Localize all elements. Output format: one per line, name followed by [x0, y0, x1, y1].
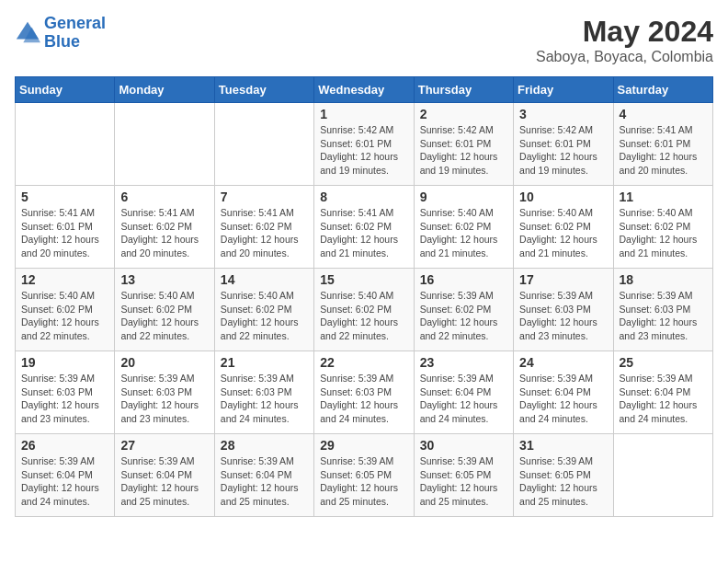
cell-content: Sunrise: 5:39 AMSunset: 6:04 PMDaylight:… — [620, 372, 709, 426]
day-number: 1 — [320, 107, 409, 121]
day-number: 6 — [120, 190, 210, 204]
calendar-cell: 27Sunrise: 5:39 AMSunset: 6:04 PMDayligh… — [115, 434, 214, 517]
calendar-cell: 17Sunrise: 5:39 AMSunset: 6:03 PMDayligh… — [514, 269, 613, 351]
logo-icon — [15, 20, 40, 46]
calendar-cell: 24Sunrise: 5:39 AMSunset: 6:04 PMDayligh… — [514, 351, 613, 434]
day-number: 24 — [519, 355, 609, 370]
calendar-cell: 26Sunrise: 5:39 AMSunset: 6:04 PMDayligh… — [16, 434, 115, 517]
calendar-cell: 5Sunrise: 5:41 AMSunset: 6:01 PMDaylight… — [16, 186, 115, 269]
day-number: 16 — [420, 272, 509, 287]
weekday-header-row: SundayMondayTuesdayWednesdayThursdayFrid… — [16, 77, 713, 103]
day-number: 13 — [120, 272, 210, 287]
day-number: 14 — [221, 272, 310, 287]
day-number: 17 — [519, 272, 609, 287]
day-number: 3 — [519, 107, 609, 121]
cell-content: Sunrise: 5:42 AMSunset: 6:01 PMDaylight:… — [320, 123, 409, 178]
calendar-cell: 23Sunrise: 5:39 AMSunset: 6:04 PMDayligh… — [414, 351, 513, 434]
logo-text: General Blue — [44, 15, 106, 52]
cell-content: Sunrise: 5:39 AMSunset: 6:05 PMDaylight:… — [519, 454, 609, 509]
calendar-cell: 13Sunrise: 5:40 AMSunset: 6:02 PMDayligh… — [115, 269, 214, 351]
calendar-cell: 29Sunrise: 5:39 AMSunset: 6:05 PMDayligh… — [314, 434, 414, 517]
cell-content: Sunrise: 5:39 AMSunset: 6:04 PMDaylight:… — [120, 454, 210, 509]
cell-content: Sunrise: 5:41 AMSunset: 6:02 PMDaylight:… — [320, 206, 409, 260]
calendar-title: May 2024 — [536, 15, 713, 49]
cell-content: Sunrise: 5:42 AMSunset: 6:01 PMDaylight:… — [420, 123, 509, 178]
weekday-header: Tuesday — [214, 77, 313, 103]
calendar-cell: 14Sunrise: 5:40 AMSunset: 6:02 PMDayligh… — [214, 269, 313, 351]
cell-content: Sunrise: 5:41 AMSunset: 6:02 PMDaylight:… — [120, 206, 210, 260]
cell-content: Sunrise: 5:40 AMSunset: 6:02 PMDaylight:… — [519, 206, 609, 260]
cell-content: Sunrise: 5:40 AMSunset: 6:02 PMDaylight:… — [420, 206, 509, 260]
calendar-cell: 8Sunrise: 5:41 AMSunset: 6:02 PMDaylight… — [314, 186, 414, 269]
calendar-cell: 25Sunrise: 5:39 AMSunset: 6:04 PMDayligh… — [613, 351, 712, 434]
day-number: 9 — [420, 190, 509, 204]
day-number: 21 — [221, 355, 310, 370]
cell-content: Sunrise: 5:39 AMSunset: 6:04 PMDaylight:… — [221, 454, 310, 509]
calendar-cell: 16Sunrise: 5:39 AMSunset: 6:02 PMDayligh… — [414, 269, 513, 351]
calendar-cell: 18Sunrise: 5:39 AMSunset: 6:03 PMDayligh… — [613, 269, 712, 351]
weekday-header: Monday — [115, 77, 214, 103]
calendar-cell — [214, 103, 313, 186]
cell-content: Sunrise: 5:39 AMSunset: 6:03 PMDaylight:… — [21, 372, 110, 426]
weekday-header: Wednesday — [314, 77, 414, 103]
calendar-week-row: 1Sunrise: 5:42 AMSunset: 6:01 PMDaylight… — [16, 103, 713, 186]
day-number: 15 — [320, 272, 409, 287]
weekday-header: Sunday — [16, 77, 115, 103]
day-number: 23 — [420, 355, 509, 370]
cell-content: Sunrise: 5:39 AMSunset: 6:02 PMDaylight:… — [420, 289, 509, 343]
calendar-cell — [115, 103, 214, 186]
calendar-cell: 22Sunrise: 5:39 AMSunset: 6:03 PMDayligh… — [314, 351, 414, 434]
calendar-cell: 1Sunrise: 5:42 AMSunset: 6:01 PMDaylight… — [314, 103, 414, 186]
weekday-header: Thursday — [414, 77, 513, 103]
calendar-cell: 21Sunrise: 5:39 AMSunset: 6:03 PMDayligh… — [214, 351, 313, 434]
day-number: 4 — [620, 107, 709, 121]
weekday-header: Friday — [514, 77, 613, 103]
logo: General Blue — [15, 15, 106, 52]
day-number: 11 — [620, 190, 709, 204]
day-number: 2 — [420, 107, 509, 121]
day-number: 29 — [320, 438, 409, 453]
calendar-cell: 4Sunrise: 5:41 AMSunset: 6:01 PMDaylight… — [613, 103, 712, 186]
cell-content: Sunrise: 5:39 AMSunset: 6:03 PMDaylight:… — [120, 372, 210, 426]
calendar-cell: 12Sunrise: 5:40 AMSunset: 6:02 PMDayligh… — [16, 269, 115, 351]
day-number: 8 — [320, 190, 409, 204]
day-number: 10 — [519, 190, 609, 204]
day-number: 22 — [320, 355, 409, 370]
calendar-week-row: 12Sunrise: 5:40 AMSunset: 6:02 PMDayligh… — [16, 269, 713, 351]
calendar-cell: 30Sunrise: 5:39 AMSunset: 6:05 PMDayligh… — [414, 434, 513, 517]
cell-content: Sunrise: 5:39 AMSunset: 6:04 PMDaylight:… — [519, 372, 609, 426]
title-block: May 2024 Saboya, Boyaca, Colombia — [536, 15, 713, 65]
cell-content: Sunrise: 5:40 AMSunset: 6:02 PMDaylight:… — [120, 289, 210, 343]
cell-content: Sunrise: 5:41 AMSunset: 6:01 PMDaylight:… — [620, 123, 709, 178]
calendar-cell — [16, 103, 115, 186]
calendar-cell: 15Sunrise: 5:40 AMSunset: 6:02 PMDayligh… — [314, 269, 414, 351]
day-number: 7 — [221, 190, 310, 204]
cell-content: Sunrise: 5:39 AMSunset: 6:03 PMDaylight:… — [620, 289, 709, 343]
calendar-week-row: 19Sunrise: 5:39 AMSunset: 6:03 PMDayligh… — [16, 351, 713, 434]
cell-content: Sunrise: 5:39 AMSunset: 6:04 PMDaylight:… — [420, 372, 509, 426]
cell-content: Sunrise: 5:39 AMSunset: 6:03 PMDaylight:… — [519, 289, 609, 343]
cell-content: Sunrise: 5:39 AMSunset: 6:03 PMDaylight:… — [221, 372, 310, 426]
cell-content: Sunrise: 5:41 AMSunset: 6:01 PMDaylight:… — [21, 206, 110, 260]
calendar-cell: 6Sunrise: 5:41 AMSunset: 6:02 PMDaylight… — [115, 186, 214, 269]
calendar-cell: 10Sunrise: 5:40 AMSunset: 6:02 PMDayligh… — [514, 186, 613, 269]
day-number: 12 — [21, 272, 110, 287]
cell-content: Sunrise: 5:39 AMSunset: 6:03 PMDaylight:… — [320, 372, 409, 426]
day-number: 25 — [620, 355, 709, 370]
day-number: 20 — [120, 355, 210, 370]
calendar-cell: 20Sunrise: 5:39 AMSunset: 6:03 PMDayligh… — [115, 351, 214, 434]
cell-content: Sunrise: 5:40 AMSunset: 6:02 PMDaylight:… — [221, 289, 310, 343]
day-number: 19 — [21, 355, 110, 370]
cell-content: Sunrise: 5:39 AMSunset: 6:05 PMDaylight:… — [420, 454, 509, 509]
cell-content: Sunrise: 5:42 AMSunset: 6:01 PMDaylight:… — [519, 123, 609, 178]
cell-content: Sunrise: 5:40 AMSunset: 6:02 PMDaylight:… — [620, 206, 709, 260]
calendar-week-row: 26Sunrise: 5:39 AMSunset: 6:04 PMDayligh… — [16, 434, 713, 517]
calendar-cell: 7Sunrise: 5:41 AMSunset: 6:02 PMDaylight… — [214, 186, 313, 269]
day-number: 28 — [221, 438, 310, 453]
cell-content: Sunrise: 5:40 AMSunset: 6:02 PMDaylight:… — [320, 289, 409, 343]
cell-content: Sunrise: 5:39 AMSunset: 6:04 PMDaylight:… — [21, 454, 110, 509]
day-number: 27 — [120, 438, 210, 453]
calendar-cell: 2Sunrise: 5:42 AMSunset: 6:01 PMDaylight… — [414, 103, 513, 186]
cell-content: Sunrise: 5:39 AMSunset: 6:05 PMDaylight:… — [320, 454, 409, 509]
calendar-cell: 28Sunrise: 5:39 AMSunset: 6:04 PMDayligh… — [214, 434, 313, 517]
